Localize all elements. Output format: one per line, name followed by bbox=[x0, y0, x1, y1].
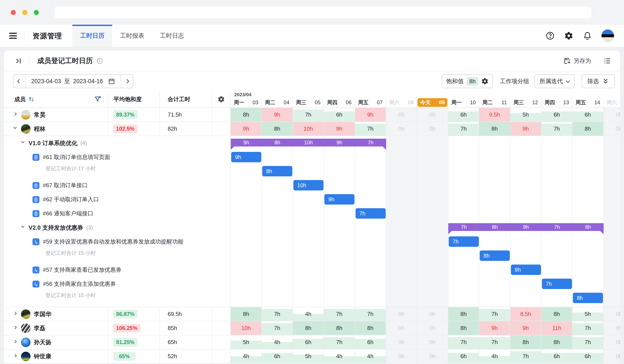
tab-worktime-log[interactable]: 工时日志 bbox=[152, 25, 192, 47]
day-hours-cell[interactable]: 8h bbox=[542, 335, 572, 349]
day-hours-cell[interactable]: 0h bbox=[604, 321, 620, 335]
day-hours-cell[interactable]: 6h bbox=[572, 349, 603, 363]
task-row[interactable]: #61 取消订单信息填写页面9h bbox=[4, 150, 620, 164]
day-hours-cell[interactable]: 9h bbox=[231, 122, 262, 136]
column-settings-gear-icon[interactable] bbox=[212, 91, 230, 107]
day-hours-cell[interactable]: 0h bbox=[417, 321, 448, 335]
day-hours-cell[interactable]: 4h bbox=[479, 349, 510, 363]
day-hours-cell[interactable]: 8h bbox=[448, 307, 479, 321]
day-hours-cell[interactable]: 5h bbox=[511, 108, 542, 122]
day-hours-cell[interactable]: 0h bbox=[604, 122, 620, 136]
day-hours-cell[interactable]: 8h bbox=[231, 108, 262, 122]
day-hours-cell[interactable]: 8h bbox=[479, 122, 510, 136]
iteration-group-row[interactable]: V2.0 支持发放优惠券(3)7h8h9h7h8h bbox=[4, 221, 620, 235]
view-list-icon[interactable] bbox=[603, 57, 611, 65]
day-hours-cell[interactable]: 7h bbox=[293, 108, 324, 122]
day-hours-cell[interactable]: 8h bbox=[542, 307, 572, 321]
help-icon[interactable] bbox=[546, 31, 555, 40]
group-expander-chevron-icon[interactable] bbox=[22, 226, 26, 230]
task-title[interactable]: #57 支持商家查看已发放优惠券 bbox=[43, 266, 122, 274]
day-hours-cell[interactable]: 6h bbox=[542, 349, 572, 363]
day-hours-cell[interactable]: 0h bbox=[386, 122, 417, 136]
day-hours-cell[interactable]: 6h bbox=[448, 349, 479, 363]
day-hours-cell[interactable]: 8.5h bbox=[511, 307, 542, 321]
member-row-李磊[interactable]: 李磊106.25%85h10h7h8h8h8h0h0h8h9h9h11h7h0h bbox=[4, 321, 620, 335]
day-hours-cell[interactable]: 7h bbox=[355, 122, 386, 136]
day-hours-cell[interactable]: 10h bbox=[293, 122, 324, 136]
day-hours-cell[interactable]: 0h bbox=[604, 349, 620, 363]
day-hours-cell[interactable]: 0h bbox=[386, 321, 417, 335]
task-hours-bar[interactable]: 9h bbox=[324, 194, 355, 205]
expander-chevron-icon[interactable] bbox=[14, 340, 18, 344]
task-hours-bar[interactable]: 7h bbox=[449, 236, 479, 247]
task-title[interactable]: #66 通知客户端接口 bbox=[43, 210, 93, 217]
task-hours-bar[interactable]: 8h bbox=[573, 293, 603, 303]
day-hours-cell[interactable]: 9h bbox=[324, 122, 355, 136]
day-hours-cell[interactable]: 5h bbox=[231, 335, 262, 349]
date-range-button[interactable]: 2023-04-03 至 2023-04-16 bbox=[26, 75, 121, 88]
task-title[interactable]: #61 取消订单信息填写页面 bbox=[43, 154, 110, 161]
day-hours-cell[interactable]: 9h bbox=[479, 321, 510, 335]
task-hours-bar[interactable]: 7h bbox=[356, 208, 386, 219]
task-title[interactable]: #62 手动取消订单入口 bbox=[43, 196, 99, 203]
task-title[interactable]: #56 支持商家自主添加优惠券 bbox=[43, 280, 116, 288]
day-hours-cell[interactable]: 7h bbox=[324, 307, 355, 321]
address-bar[interactable] bbox=[55, 6, 592, 18]
member-cell[interactable]: 李国华 bbox=[4, 307, 108, 321]
day-hours-cell[interactable]: 8h bbox=[572, 122, 603, 136]
menu-icon[interactable] bbox=[9, 33, 17, 39]
day-hours-cell[interactable]: 5h bbox=[572, 307, 603, 321]
iteration-summary-bar[interactable]: 7h8h9h7h8h bbox=[448, 223, 604, 231]
day-hours-cell[interactable]: 8h bbox=[293, 321, 324, 335]
iteration-summary-bar[interactable]: 9h8h10h9h7h bbox=[231, 139, 386, 147]
task-hours-bar[interactable]: 10h bbox=[293, 180, 323, 190]
member-cell[interactable]: 孙天扬 bbox=[4, 335, 108, 349]
day-hours-cell[interactable]: 7h bbox=[324, 335, 355, 349]
day-hours-cell[interactable]: 0h bbox=[386, 349, 417, 363]
member-cell[interactable]: 程林 bbox=[4, 122, 108, 136]
filter-button[interactable]: 筛选 bbox=[581, 74, 615, 88]
window-minimize-button[interactable] bbox=[22, 10, 27, 15]
day-hours-cell[interactable]: 0h bbox=[604, 108, 620, 122]
day-hours-cell[interactable]: 8h bbox=[511, 335, 542, 349]
day-hours-cell[interactable]: 0h bbox=[417, 335, 448, 349]
task-hours-bar[interactable]: 8h bbox=[480, 251, 510, 261]
member-cell[interactable]: 钟世康 bbox=[4, 349, 108, 363]
expander-chevron-icon[interactable] bbox=[14, 113, 18, 117]
day-hours-cell[interactable]: 9h bbox=[511, 321, 542, 335]
day-hours-cell[interactable]: 4h bbox=[355, 349, 386, 363]
day-hours-cell[interactable]: 7h bbox=[479, 307, 510, 321]
task-row[interactable]: #59 支持设置优惠券自动发放和优惠券发放成功提醒功能7h bbox=[4, 235, 620, 249]
window-close-button[interactable] bbox=[11, 10, 16, 15]
day-hours-cell[interactable]: 0h bbox=[604, 307, 620, 321]
day-hours-cell[interactable]: 0h bbox=[417, 122, 448, 136]
expander-chevron-icon[interactable] bbox=[14, 355, 18, 358]
task-row[interactable]: #57 支持商家查看已发放优惠券9h bbox=[4, 263, 620, 277]
day-hours-cell[interactable]: 7h bbox=[542, 122, 572, 136]
day-hours-cell[interactable]: 8h bbox=[262, 122, 293, 136]
day-hours-cell[interactable]: 9h bbox=[262, 108, 293, 122]
member-row-孙天扬[interactable]: 孙天扬81.25%65h5h4h6h7h6h0h0h7h7h8h8h7h0h bbox=[4, 335, 620, 349]
day-hours-cell[interactable]: 6h bbox=[448, 108, 479, 122]
tab-worktime-report[interactable]: 工时报表 bbox=[112, 25, 152, 47]
task-row[interactable]: #62 手动取消订单入口9h bbox=[4, 192, 620, 207]
notifications-bell-icon[interactable] bbox=[583, 31, 592, 40]
task-hours-bar[interactable]: 8h bbox=[262, 166, 292, 176]
member-row-常昊[interactable]: 常昊89.37%71.5h8h9h7h6h9h0h0h6h9.5h5h6h6h0… bbox=[4, 108, 620, 122]
collapse-panel-icon[interactable] bbox=[14, 56, 23, 65]
day-hours-cell[interactable]: 7h bbox=[262, 307, 293, 321]
next-period-button[interactable] bbox=[121, 75, 133, 88]
expander-chevron-icon[interactable] bbox=[14, 312, 18, 316]
day-hours-cell[interactable]: 9h bbox=[355, 108, 386, 122]
day-hours-cell[interactable]: 0h bbox=[417, 108, 448, 122]
task-hours-bar[interactable]: 9h bbox=[511, 264, 541, 275]
day-hours-cell[interactable]: 7h bbox=[572, 321, 603, 335]
group-by-select[interactable]: 所属迭代 bbox=[534, 74, 574, 88]
day-hours-cell[interactable]: 0h bbox=[386, 335, 417, 349]
settings-gear-icon[interactable] bbox=[564, 31, 573, 40]
member-row-李国华[interactable]: 李国华86.87%69.5h8h7h4h7h7h0h0h8h7h8.5h8h5h… bbox=[4, 307, 620, 321]
day-hours-cell[interactable]: 4h bbox=[262, 335, 293, 349]
day-hours-cell[interactable]: 6h bbox=[324, 108, 355, 122]
task-hours-bar[interactable]: 7h bbox=[542, 279, 572, 289]
day-hours-cell[interactable]: 7h bbox=[355, 307, 386, 321]
